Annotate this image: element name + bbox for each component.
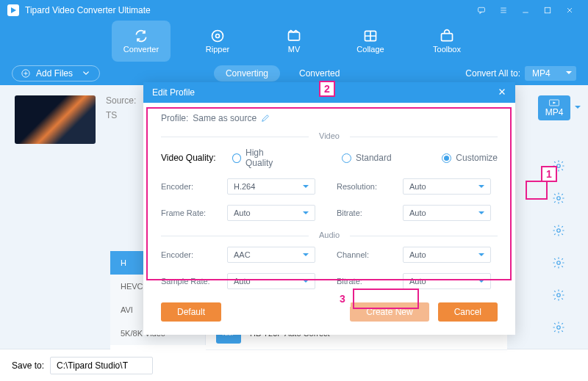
svg-point-11 <box>557 164 561 168</box>
video-quality-label: Video Quality: <box>161 153 218 163</box>
gear-column <box>551 159 566 335</box>
format-box-label: MP4 <box>545 107 564 117</box>
video-encoder-label: Encoder: <box>161 182 220 191</box>
maximize-button[interactable] <box>537 0 559 21</box>
audio-section-label: Audio <box>309 231 350 239</box>
nav-converter[interactable]: Converter <box>112 21 171 62</box>
svg-point-13 <box>557 229 561 233</box>
svg-marker-0 <box>11 7 16 13</box>
samplerate-select[interactable]: Auto <box>227 273 315 289</box>
audio-bitrate-label: Bitrate: <box>337 277 395 286</box>
annotation-3: 3 <box>334 291 351 307</box>
dialog-title: Edit Profile <box>152 87 195 98</box>
nav-collage[interactable]: Collage <box>341 21 400 62</box>
main-nav: Converter Ripper MV Collage Toolbox <box>0 21 588 62</box>
video-section-divider: Video <box>161 137 498 137</box>
svg-rect-5 <box>289 32 300 40</box>
dialog-footer: Default Create New Cancel <box>143 302 515 335</box>
svg-rect-7 <box>442 34 453 41</box>
dialog-close-button[interactable] <box>498 87 506 98</box>
profile-line: Profile: Same as source <box>161 113 498 131</box>
annotation-2: 2 <box>319 81 335 97</box>
menu-icon[interactable] <box>492 0 514 21</box>
profile-label: Profile: <box>161 113 188 123</box>
svg-rect-1 <box>478 7 485 12</box>
video-bitrate-label: Bitrate: <box>337 208 395 217</box>
cancel-button[interactable]: Cancel <box>438 302 498 322</box>
audio-encoder-select[interactable]: AAC <box>227 247 315 263</box>
profile-name: Same as source <box>193 113 257 123</box>
save-to-bar: Save to: <box>0 349 588 381</box>
svg-marker-10 <box>553 101 556 104</box>
samplerate-label: Sample Rate: <box>161 277 220 286</box>
svg-point-3 <box>212 31 223 42</box>
audio-encoder-label: Encoder: <box>161 250 220 259</box>
video-quality-row: Video Quality: High Quality Standard Cus… <box>161 148 498 168</box>
convert-all-select[interactable]: MP4 <box>525 66 576 81</box>
video-encoder-select[interactable]: H.264 <box>227 178 315 195</box>
svg-point-15 <box>557 294 561 297</box>
output-format-box: MP4 <box>538 95 570 120</box>
app-title: Tipard Video Converter Ultimate <box>25 5 470 15</box>
nav-converter-label: Converter <box>123 45 159 54</box>
video-quality-standard-radio[interactable]: Standard <box>342 153 392 163</box>
nav-mv[interactable]: MV <box>265 21 323 62</box>
convert-all-label: Convert All to: <box>465 68 520 79</box>
settings-gear-icon[interactable] <box>551 320 566 335</box>
nav-ripper[interactable]: Ripper <box>188 21 247 62</box>
nav-toolbox[interactable]: Toolbox <box>417 21 476 62</box>
dialog-body: Profile: Same as source Video Video Qual… <box>143 103 515 302</box>
minimize-button[interactable] <box>514 0 537 21</box>
settings-gear-icon[interactable] <box>551 191 566 206</box>
titlebar: Tipard Video Converter Ultimate <box>0 0 588 21</box>
video-quality-customize-radio[interactable]: Customize <box>442 153 498 163</box>
default-button[interactable]: Default <box>161 302 221 322</box>
resolution-label: Resolution: <box>337 182 395 191</box>
settings-gear-icon[interactable] <box>551 223 566 238</box>
video-bitrate-select[interactable]: Auto <box>403 205 491 221</box>
svg-point-12 <box>557 197 561 200</box>
save-to-label: Save to: <box>12 360 44 371</box>
status-tabs: Converting Converted <box>100 65 465 81</box>
tab-converting[interactable]: Converting <box>214 65 280 81</box>
add-files-label: Add Files <box>36 68 73 79</box>
video-quality-high-radio[interactable]: High Quality <box>232 148 292 168</box>
svg-rect-2 <box>545 7 551 13</box>
audio-section-divider: Audio <box>161 236 498 236</box>
save-to-input[interactable] <box>50 357 153 374</box>
tab-converted[interactable]: Converted <box>287 65 351 81</box>
add-files-button[interactable]: Add Files <box>12 65 100 81</box>
nav-collage-label: Collage <box>356 45 384 54</box>
app-window: Tipard Video Converter Ultimate Converte… <box>0 0 588 381</box>
nav-ripper-label: Ripper <box>206 45 229 54</box>
video-thumbnail[interactable] <box>15 95 96 144</box>
video-section-label: Video <box>309 131 350 140</box>
framerate-select[interactable]: Auto <box>227 205 315 221</box>
svg-point-4 <box>216 35 220 38</box>
create-new-button[interactable]: Create New <box>350 302 429 322</box>
framerate-label: Frame Rate: <box>161 208 220 217</box>
audio-bitrate-select[interactable]: Auto <box>403 273 491 289</box>
edit-profile-dialog: Edit Profile Profile: Same as source Vid… <box>143 82 515 335</box>
app-logo-icon <box>7 4 19 16</box>
feedback-icon[interactable] <box>470 0 492 21</box>
resolution-select[interactable]: Auto <box>403 178 491 195</box>
close-button[interactable] <box>559 0 581 21</box>
channel-select[interactable]: Auto <box>403 247 491 263</box>
settings-gear-icon[interactable] <box>551 255 566 270</box>
settings-gear-icon[interactable] <box>551 288 566 302</box>
svg-point-16 <box>557 326 561 330</box>
channel-label: Channel: <box>337 250 395 259</box>
edit-pencil-icon[interactable] <box>261 114 270 123</box>
nav-mv-label: MV <box>288 45 301 54</box>
source-label: Source: <box>106 95 143 106</box>
ts-label: TS <box>106 110 143 120</box>
format-select-button[interactable]: MP4 <box>538 95 570 120</box>
chevron-down-icon <box>82 69 90 78</box>
svg-point-14 <box>557 261 561 265</box>
annotation-1: 1 <box>541 166 557 182</box>
convert-all-control: Convert All to: MP4 <box>465 66 576 81</box>
nav-toolbox-label: Toolbox <box>433 45 461 54</box>
